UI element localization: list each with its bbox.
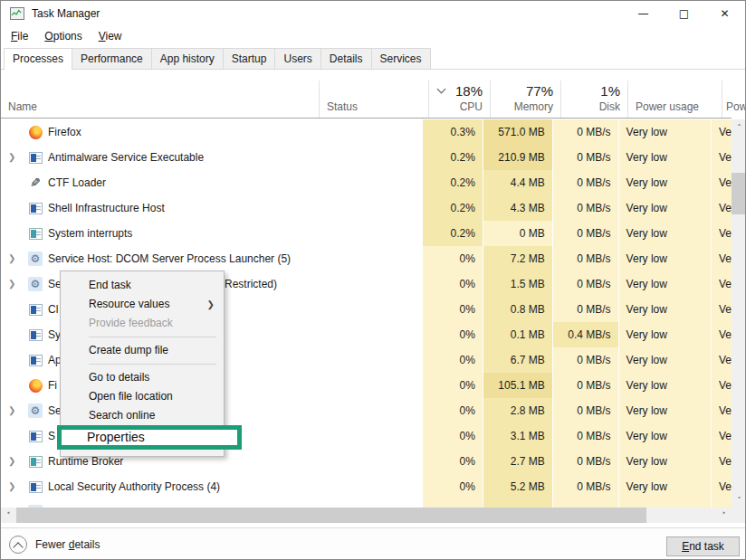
context-menu-separator bbox=[89, 337, 216, 337]
tab-processes[interactable]: Processes bbox=[4, 48, 72, 70]
horizontal-scrollbar-thumb[interactable] bbox=[16, 508, 646, 523]
fewer-details-button[interactable]: Fewer details bbox=[9, 536, 100, 554]
process-name-cell: System interrupts bbox=[1, 221, 314, 246]
menu-file[interactable]: File bbox=[3, 27, 36, 45]
context-menu-item-end-task[interactable]: End task bbox=[61, 276, 224, 295]
collapse-circle-icon bbox=[9, 536, 27, 554]
column-header-power-usage-trend[interactable]: Pow bbox=[722, 81, 732, 118]
column-header-name[interactable]: Name bbox=[1, 81, 320, 118]
process-icon bbox=[28, 454, 43, 469]
annotation-highlight-box[interactable]: Properties bbox=[57, 425, 242, 450]
process-icon: ⚙ bbox=[28, 277, 43, 291]
tab-details[interactable]: Details bbox=[320, 48, 372, 69]
vertical-scrollbar[interactable]: ˄ ˅ bbox=[732, 119, 746, 508]
menu-view[interactable]: View bbox=[91, 27, 130, 45]
title-bar: Task Manager — □ ✕ bbox=[1, 1, 745, 26]
power-trend-cell: Ve bbox=[711, 170, 732, 195]
scroll-left-icon[interactable]: ˂ bbox=[1, 508, 16, 523]
scroll-right-icon[interactable]: ˃ bbox=[716, 508, 732, 523]
table-row[interactable]: ❯Antimalware Service Executable0.2%210.9… bbox=[1, 145, 732, 170]
firefox-icon bbox=[29, 379, 43, 393]
column-header-disk[interactable]: 1% Disk bbox=[561, 81, 628, 118]
memory-cell: 2.7 MB bbox=[483, 449, 552, 474]
context-menu-item-create-dump-file[interactable]: Create dump file bbox=[61, 341, 224, 360]
power-trend-cell: Ve bbox=[711, 347, 732, 373]
expand-chevron-icon[interactable]: ❯ bbox=[8, 405, 17, 415]
power-cell: Very low bbox=[618, 297, 711, 322]
process-icon bbox=[28, 150, 43, 165]
expand-chevron-icon[interactable]: ❯ bbox=[8, 279, 17, 289]
table-row[interactable]: ❯⚙Service Host: DCOM Server Process Laun… bbox=[1, 246, 732, 271]
status-cell bbox=[314, 246, 422, 271]
memory-cell: 3.1 MB bbox=[483, 423, 552, 449]
end-task-button[interactable]: End task bbox=[666, 536, 740, 556]
window-teal-icon bbox=[29, 456, 43, 468]
power-cell: Very low bbox=[618, 322, 711, 347]
horizontal-scrollbar[interactable]: ˂ ˃ bbox=[1, 508, 732, 523]
tab-users[interactable]: Users bbox=[274, 48, 320, 69]
scroll-up-icon[interactable]: ˄ bbox=[732, 119, 746, 135]
power-trend-cell: Ve bbox=[711, 297, 732, 322]
disk-cell: 0 MB/s bbox=[552, 119, 618, 145]
table-row[interactable]: Firefox0.3%571.0 MB0 MB/sVery lowVe bbox=[1, 119, 732, 145]
window-icon bbox=[29, 329, 43, 341]
process-name-cell: ❯Local Security Authority Process (4) bbox=[1, 474, 314, 499]
maximize-button[interactable]: □ bbox=[664, 1, 704, 26]
memory-cell: 4.4 MB bbox=[483, 170, 552, 195]
memory-cell: 0 MB bbox=[483, 221, 552, 246]
tab-app-history[interactable]: App history bbox=[151, 48, 224, 69]
tab-strip: ProcessesPerformanceApp historyStartupUs… bbox=[1, 46, 745, 70]
memory-cell: 4.3 MB bbox=[483, 195, 552, 221]
process-name-cell: ❯⚙Service Host: Unistack Service Group (… bbox=[1, 499, 314, 508]
cpu-cell: 0.2% bbox=[422, 195, 483, 221]
minimize-button[interactable]: — bbox=[623, 1, 664, 26]
context-menu-item-search-online[interactable]: Search online bbox=[61, 406, 224, 425]
power-trend-cell: Ve bbox=[711, 195, 732, 221]
table-row[interactable]: ❯⚙Service Host: Unistack Service Group (… bbox=[1, 499, 732, 508]
context-menu-item-resource-values[interactable]: Resource values❯ bbox=[61, 295, 224, 314]
column-header-memory[interactable]: 77% Memory bbox=[491, 81, 561, 118]
vertical-scrollbar-thumb[interactable] bbox=[732, 173, 746, 214]
table-row[interactable]: ❯Local Security Authority Process (4)0%5… bbox=[1, 474, 732, 499]
process-icon bbox=[28, 327, 43, 342]
cpu-cell: 0% bbox=[422, 499, 483, 508]
process-icon: ✎ bbox=[28, 176, 43, 190]
table-row[interactable]: System interrupts0.2%0 MB0 MB/sVery lowV… bbox=[1, 221, 732, 246]
context-menu-item-open-file-location[interactable]: Open file location bbox=[61, 387, 224, 406]
window-title: Task Manager bbox=[32, 7, 100, 20]
table-row[interactable]: ✎CTF Loader0.2%4.4 MB0 MB/sVery lowVe bbox=[1, 170, 732, 195]
process-icon bbox=[28, 353, 43, 367]
tab-services[interactable]: Services bbox=[371, 48, 431, 69]
power-cell: Very low bbox=[618, 170, 711, 195]
context-menu-item-properties[interactable]: Properties bbox=[61, 425, 224, 451]
column-header-status[interactable]: Status bbox=[320, 81, 429, 118]
disk-cell: 0 MB/s bbox=[552, 347, 618, 373]
tab-performance[interactable]: Performance bbox=[72, 48, 152, 69]
expand-chevron-icon[interactable]: ❯ bbox=[8, 152, 17, 162]
window-icon bbox=[29, 481, 43, 493]
submenu-arrow-icon: ❯ bbox=[207, 295, 215, 314]
power-trend-cell: Ve bbox=[711, 499, 732, 508]
expand-chevron-icon[interactable]: ❯ bbox=[8, 481, 17, 491]
scrollbar-corner bbox=[732, 508, 746, 523]
scroll-down-icon[interactable]: ˅ bbox=[732, 492, 746, 508]
tab-startup[interactable]: Startup bbox=[223, 48, 276, 69]
context-menu-item-go-to-details[interactable]: Go to details bbox=[61, 368, 224, 387]
memory-cell: 105.1 MB bbox=[483, 373, 552, 398]
memory-cell: 7.2 MB bbox=[483, 246, 552, 271]
power-cell: Very low bbox=[618, 271, 711, 297]
expand-chevron-icon[interactable]: ❯ bbox=[8, 253, 17, 263]
task-manager-window: Task Manager — □ ✕ FileOptionsView Proce… bbox=[0, 0, 746, 560]
process-icon: ⚙ bbox=[28, 403, 43, 418]
table-row[interactable]: Shell Infrastructure Host0.2%4.3 MB0 MB/… bbox=[1, 195, 732, 221]
power-cell: Very low bbox=[618, 398, 711, 423]
column-header-cpu[interactable]: 18% CPU bbox=[429, 81, 491, 118]
close-button[interactable]: ✕ bbox=[704, 1, 745, 26]
menu-options[interactable]: Options bbox=[36, 27, 90, 45]
expand-chevron-icon[interactable]: ❯ bbox=[8, 456, 17, 466]
column-header-power-usage[interactable]: Power usage bbox=[628, 81, 722, 118]
cpu-cell: 0% bbox=[422, 373, 483, 398]
context-menu-separator bbox=[89, 364, 216, 365]
process-icon bbox=[28, 201, 43, 215]
task-manager-icon bbox=[10, 7, 24, 20]
